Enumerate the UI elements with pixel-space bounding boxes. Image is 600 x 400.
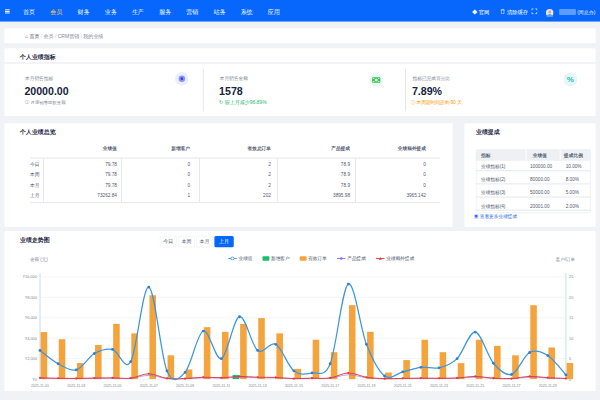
svg-text:2025-11-21: 2025-11-21 [394,384,412,388]
svg-text:2025-11-25: 2025-11-25 [466,384,484,388]
svg-text:2025-11-17: 2025-11-17 [321,384,339,388]
svg-text:2025-11-09: 2025-11-09 [176,384,194,388]
svg-text:¥6,000: ¥6,000 [25,315,38,320]
svg-text:2025-11-01: 2025-11-01 [31,384,49,388]
svg-text:5: 5 [569,356,571,361]
svg-text:2025-11-07: 2025-11-07 [140,384,158,388]
svg-text:¥2,000: ¥2,000 [25,356,38,361]
svg-text:2025-11-03: 2025-11-03 [67,384,85,388]
svg-text:¥0: ¥0 [33,377,38,382]
svg-text:2025-11-19: 2025-11-19 [357,384,375,388]
svg-text:2025-11-15: 2025-11-15 [285,384,303,388]
svg-text:15: 15 [569,315,573,320]
svg-text:2025-11-29: 2025-11-29 [539,384,557,388]
svg-text:¥4,000: ¥4,000 [25,336,38,341]
svg-text:%: % [567,75,574,84]
svg-text:¥8,000: ¥8,000 [25,295,38,300]
svg-text:2025-11-27: 2025-11-27 [503,384,521,388]
svg-text:2025-11-13: 2025-11-13 [249,384,267,388]
svg-text:¥10,000: ¥10,000 [23,274,38,279]
svg-text:2025-11-11: 2025-11-11 [212,384,230,388]
svg-text:25: 25 [569,274,573,279]
svg-text:2025-11-05: 2025-11-05 [104,384,122,388]
svg-text:20: 20 [569,295,574,300]
svg-text:10: 10 [569,336,574,341]
svg-text:2025-11-23: 2025-11-23 [430,384,448,388]
